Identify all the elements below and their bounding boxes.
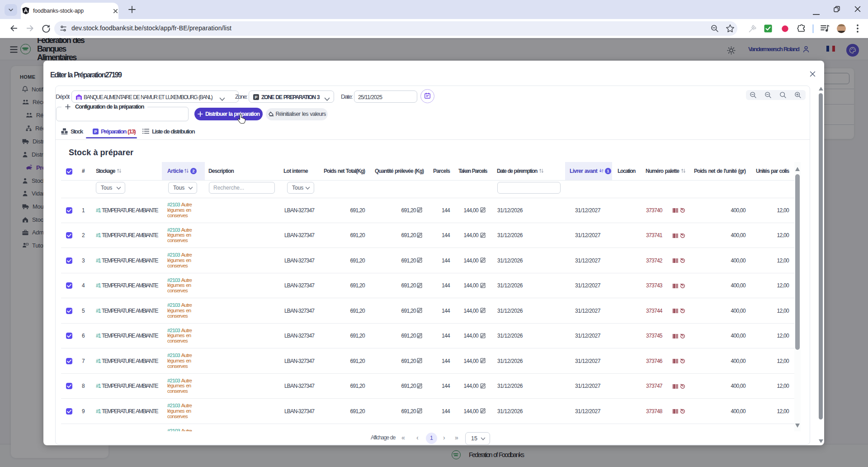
svg-text:P: P bbox=[255, 95, 257, 100]
svg-text:P: P bbox=[94, 129, 97, 134]
